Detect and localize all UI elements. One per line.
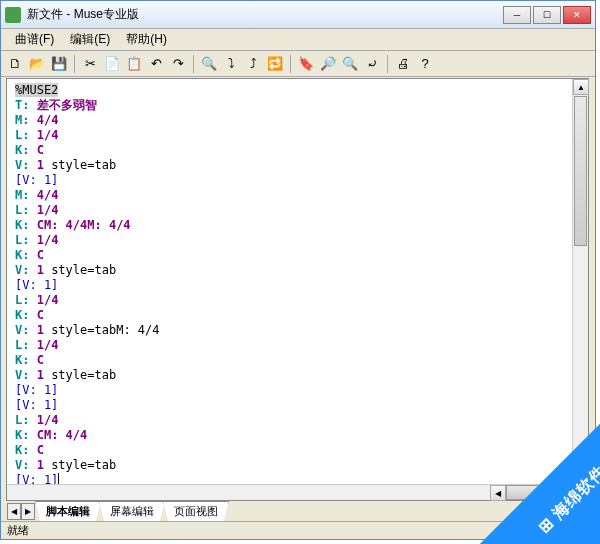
tab-next-icon[interactable]: ▶: [21, 503, 35, 520]
menu-bar: 曲谱(F) 编辑(E) 帮助(H): [1, 29, 595, 51]
status-message: 就绪: [7, 523, 530, 538]
menu-help[interactable]: 帮助(H): [118, 29, 175, 50]
find-icon[interactable]: 🔍: [199, 54, 219, 74]
menu-score[interactable]: 曲谱(F): [7, 29, 62, 50]
window-controls: ─ ☐ ✕: [503, 6, 591, 24]
scroll-right-icon[interactable]: ▶: [556, 485, 572, 501]
app-icon: [5, 7, 21, 23]
zoom-in-icon[interactable]: 🔎: [318, 54, 338, 74]
save-file-icon[interactable]: 💾: [49, 54, 69, 74]
bottom-tabs: ◀ ▶ 脚本编辑 屏幕编辑 页面视图: [7, 501, 227, 521]
minimize-button[interactable]: ─: [503, 6, 531, 24]
cursor-position: Ln 28, Col 7: [530, 525, 589, 537]
find-next-icon[interactable]: ⤵: [221, 54, 241, 74]
help-icon[interactable]: ?: [415, 54, 435, 74]
code-editor[interactable]: %MUSE2 T: 差不多弱智 M: 4/4 L: 1/4 K: C V: 1 …: [7, 79, 588, 500]
status-bar: 就绪 Ln 28, Col 7: [1, 521, 595, 539]
zoom-reset-icon[interactable]: ⤾: [362, 54, 382, 74]
paste-icon[interactable]: 📋: [124, 54, 144, 74]
cut-icon[interactable]: ✂: [80, 54, 100, 74]
vertical-scrollbar[interactable]: ▲ ▼: [572, 79, 588, 484]
title-bar[interactable]: 新文件 - Muse专业版 ─ ☐ ✕: [1, 1, 595, 29]
new-file-icon[interactable]: 🗋: [5, 54, 25, 74]
redo-icon[interactable]: ↷: [168, 54, 188, 74]
tab-screen-edit[interactable]: 屏幕编辑: [99, 501, 165, 522]
scroll-down-icon[interactable]: ▼: [573, 468, 589, 484]
replace-icon[interactable]: 🔁: [265, 54, 285, 74]
menu-edit[interactable]: 编辑(E): [62, 29, 118, 50]
maximize-button[interactable]: ☐: [533, 6, 561, 24]
window-title: 新文件 - Muse专业版: [27, 6, 503, 23]
tab-script-edit[interactable]: 脚本编辑: [35, 501, 101, 522]
horizontal-scrollbar[interactable]: ◀ ▶: [7, 484, 572, 500]
tab-page-view[interactable]: 页面视图: [163, 501, 229, 522]
scroll-left-icon[interactable]: ◀: [490, 485, 506, 501]
editor-area: %MUSE2 T: 差不多弱智 M: 4/4 L: 1/4 K: C V: 1 …: [6, 78, 589, 501]
zoom-out-icon[interactable]: 🔍: [340, 54, 360, 74]
undo-icon[interactable]: ↶: [146, 54, 166, 74]
separator: [193, 55, 194, 73]
print-icon[interactable]: 🖨: [393, 54, 413, 74]
scroll-thumb-v[interactable]: [574, 96, 587, 246]
tab-prev-icon[interactable]: ◀: [7, 503, 21, 520]
copy-icon[interactable]: 📄: [102, 54, 122, 74]
separator: [74, 55, 75, 73]
close-button[interactable]: ✕: [563, 6, 591, 24]
scroll-thumb-h[interactable]: [506, 485, 556, 500]
separator: [387, 55, 388, 73]
toolbar: 🗋 📂 💾 ✂ 📄 📋 ↶ ↷ 🔍 ⤵ ⤴ 🔁 🔖 🔎 🔍 ⤾ 🖨 ?: [1, 51, 595, 77]
find-prev-icon[interactable]: ⤴: [243, 54, 263, 74]
separator: [290, 55, 291, 73]
open-file-icon[interactable]: 📂: [27, 54, 47, 74]
scroll-up-icon[interactable]: ▲: [573, 79, 589, 95]
main-window: 新文件 - Muse专业版 ─ ☐ ✕ 曲谱(F) 编辑(E) 帮助(H) 🗋 …: [0, 0, 596, 540]
marker-icon[interactable]: 🔖: [296, 54, 316, 74]
